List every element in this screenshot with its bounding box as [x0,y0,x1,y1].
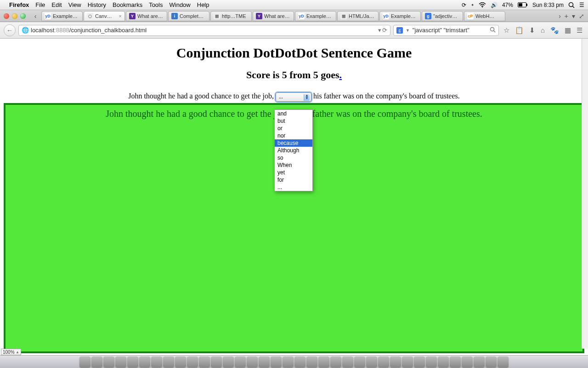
addon2-icon[interactable]: ▦ [565,26,571,34]
dropdown-option[interactable]: When [275,161,312,169]
close-window-button[interactable] [4,13,9,19]
dock-app[interactable] [318,356,329,368]
dock-app[interactable] [330,356,341,368]
addon-icon[interactable]: 🐾 [550,26,559,34]
dropdown-option[interactable]: for [275,176,312,184]
dock-app[interactable] [366,356,377,368]
menu-history[interactable]: History [88,1,106,8]
dropdown-option[interactable]: but [275,117,312,125]
dock-app[interactable] [187,356,198,368]
dock-app[interactable] [414,356,425,368]
dock-app[interactable] [486,356,497,368]
home-icon[interactable]: ⌂ [541,26,545,34]
menu-file[interactable]: File [35,1,45,8]
browser-tab[interactable]: yD Example… [295,11,336,21]
menu-tools[interactable]: Tools [149,1,163,8]
browser-tab[interactable]: Y What are… [126,11,167,21]
dock-app[interactable] [211,356,222,368]
conjunction-dropdown-list[interactable]: andbutornorbecauseAlthoughsoWhenyetfor..… [274,109,313,191]
menubar-clock[interactable]: Sun 8:33 pm [532,2,564,8]
notification-center-icon[interactable]: ☰ [579,2,584,8]
dock-app[interactable] [223,356,234,368]
dock-app[interactable] [378,356,389,368]
menubar-app-name[interactable]: Firefox [9,1,29,8]
dock-app[interactable] [151,356,162,368]
new-tab-button[interactable]: + [565,12,568,20]
menu-edit[interactable]: Edit [51,1,62,8]
url-input[interactable]: 🌐 localhost:8888/conjunction_chalkboard.… [18,25,390,36]
tab-close-icon[interactable]: × [119,13,122,19]
volume-icon[interactable]: 🔊 [491,2,498,8]
dock-app[interactable] [462,356,473,368]
tab-scroll-right[interactable]: › [559,12,561,20]
browser-tab[interactable]: i Complet… [168,11,209,21]
dock-app[interactable] [390,356,401,368]
dock-app[interactable] [283,356,294,368]
dock-app[interactable] [342,356,353,368]
browser-tab[interactable]: g "adjectiv… [422,11,463,21]
menu-bookmarks[interactable]: Bookmarks [113,1,142,8]
dock-app[interactable] [115,356,126,368]
dock-app[interactable] [438,356,449,368]
browser-tab[interactable]: ▦ HTML/Ja… [337,11,379,21]
dock-app[interactable] [235,356,246,368]
menu-view[interactable]: View [68,1,81,8]
dock-app[interactable] [259,356,270,368]
spotlight-icon[interactable] [568,2,575,8]
minimize-window-button[interactable] [12,13,17,19]
dock-app[interactable] [127,356,138,368]
downloads-icon[interactable]: ⬇ [529,26,535,34]
browser-tab[interactable]: ▦ http…TME [210,11,252,21]
dropdown-option[interactable]: nor [275,132,312,139]
dropdown-option[interactable]: because [275,139,312,147]
back-button[interactable]: ← [4,24,16,36]
dock-app[interactable] [271,356,282,368]
wifi-icon[interactable] [479,2,486,8]
search-icon[interactable] [490,27,496,34]
dock-app[interactable] [450,356,461,368]
browser-tab[interactable]: Y What are… [253,11,294,21]
bluetooth-icon[interactable]: ᛭ [471,2,474,8]
dock-app[interactable] [247,356,258,368]
reload-button[interactable]: ⟳ [382,27,387,34]
dropdown-option[interactable]: or [275,125,312,132]
dock-app[interactable] [199,356,210,368]
dock-app[interactable] [426,356,437,368]
reload-dropdown-caret[interactable]: ▾ [378,27,381,34]
bookmark-star-icon[interactable]: ☆ [503,26,509,34]
list-all-tabs-button[interactable]: ▾ [572,12,575,20]
clipboard-icon[interactable]: 📋 [515,26,524,34]
battery-icon[interactable] [518,2,528,7]
sync-icon[interactable]: ⟳ [462,2,466,8]
tab-scroll-left[interactable]: ‹ [30,12,40,21]
dropdown-option[interactable]: and [275,110,312,117]
zoom-indicator[interactable]: 100% ▲ [1,349,21,355]
search-engine-caret[interactable]: ▼ [406,28,410,33]
dropdown-option[interactable]: Although [275,147,312,154]
conjunction-select[interactable]: ... ▲ ▼ [276,92,311,102]
browser-tab[interactable]: ◌ Canv… × [84,11,125,21]
dock-app[interactable] [103,356,114,368]
mac-dock[interactable] [0,355,588,368]
dock-app[interactable] [402,356,413,368]
dock-app[interactable] [175,356,186,368]
site-identity-icon[interactable]: 🌐 [22,27,29,34]
search-input[interactable]: g ▼ "javascript" "trimstart" [393,25,499,36]
dock-app[interactable] [474,356,485,368]
dock-app[interactable] [163,356,174,368]
dock-app[interactable] [294,356,305,368]
menu-window[interactable]: Window [170,1,191,8]
dock-app[interactable] [306,356,317,368]
menu-help[interactable]: Help [197,1,209,8]
fullscreen-icon[interactable]: ⤢ [579,12,584,20]
dock-app[interactable] [498,356,509,368]
dock-app[interactable] [139,356,150,368]
browser-tab[interactable]: yD Example… [379,11,421,21]
dropdown-option[interactable]: so [275,154,312,161]
vertical-scrollbar[interactable] [582,39,588,349]
browser-tab[interactable]: cP WebH… [464,11,505,21]
zoom-window-button[interactable] [20,13,26,19]
browser-tab[interactable]: yD Example… [41,11,83,21]
dropdown-option[interactable]: ... [275,184,312,191]
dock-app[interactable] [79,356,90,368]
